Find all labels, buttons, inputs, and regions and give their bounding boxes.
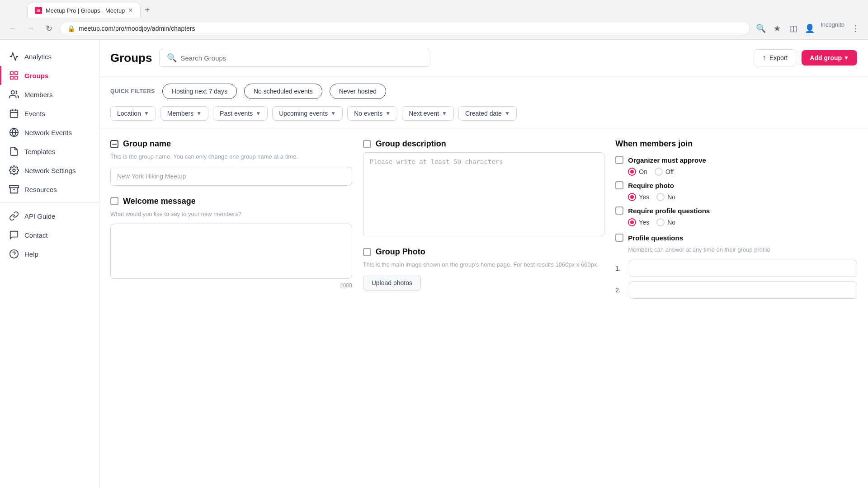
new-tab-button[interactable]: + xyxy=(141,4,154,17)
add-group-button[interactable]: Add group ▼ xyxy=(802,50,857,66)
group-desc-header: Group description xyxy=(363,139,605,149)
sidebar-item-api-guide[interactable]: API Guide xyxy=(0,206,99,225)
svg-rect-1 xyxy=(15,72,18,75)
browser-nav: ← → ↻ 🔒 meetup.com/pro/moodjoy/admin/cha… xyxy=(0,18,868,39)
sidebar: Analytics Groups Members xyxy=(0,40,99,488)
resources-icon xyxy=(9,184,19,194)
extensions-button[interactable]: ◫ xyxy=(786,21,801,36)
search-input[interactable] xyxy=(180,54,423,62)
welcome-message-input[interactable] xyxy=(110,224,352,279)
profile-question-1-input[interactable] xyxy=(629,260,857,277)
organizer-approve-on[interactable]: On xyxy=(628,168,647,176)
dropdown-location[interactable]: Location ▼ xyxy=(110,106,156,121)
dropdown-created-date[interactable]: Created date ▼ xyxy=(458,106,517,121)
group-photo-checkbox[interactable] xyxy=(363,248,371,256)
filter-chip-no-scheduled[interactable]: No scheduled events xyxy=(244,84,322,99)
profile-questions-header: Profile questions xyxy=(615,234,857,242)
browser-tab-active[interactable]: m Meetup Pro | Groups - Meetup × xyxy=(27,3,141,18)
svg-rect-2 xyxy=(10,76,13,79)
dropdown-next-event[interactable]: Next event ▼ xyxy=(402,106,454,121)
dropdown-past-events[interactable]: Past events ▼ xyxy=(213,106,268,121)
sidebar-item-network-events[interactable]: Network Events xyxy=(0,123,99,142)
content-area: Group name This is the group name. You c… xyxy=(99,128,868,315)
profile-question-2-row: 2. xyxy=(615,282,857,299)
svg-rect-0 xyxy=(10,72,13,75)
require-pq-yes[interactable]: Yes xyxy=(628,218,649,226)
api-icon xyxy=(9,211,19,221)
chevron-down-icon: ▼ xyxy=(505,110,510,117)
require-photo-yes[interactable]: Yes xyxy=(628,193,649,201)
upload-photos-button[interactable]: Upload photos xyxy=(363,275,421,291)
svg-rect-12 xyxy=(9,186,19,188)
sidebar-item-members[interactable]: Members xyxy=(0,85,99,104)
dropdown-members[interactable]: Members ▼ xyxy=(160,106,208,121)
sidebar-label-resources: Resources xyxy=(24,186,57,193)
browser-chrome: m Meetup Pro | Groups - Meetup × + ← → ↻… xyxy=(0,0,868,40)
header-actions: ↑ Export Add group ▼ xyxy=(754,49,857,66)
organizer-approve-off[interactable]: Off xyxy=(655,168,674,176)
radio-on-label: On xyxy=(639,168,647,175)
settings-icon xyxy=(9,165,19,175)
filters-section: QUICK FILTERS Hosting next 7 days No sch… xyxy=(99,76,868,128)
organizer-approve-header: Organizer must approve xyxy=(615,156,857,164)
organizer-approve-option: Organizer must approve On Off xyxy=(615,156,857,176)
radio-no-unselected xyxy=(656,193,665,201)
sidebar-item-help[interactable]: Help xyxy=(0,244,99,263)
dropdown-upcoming-events[interactable]: Upcoming events ▼ xyxy=(272,106,343,121)
page-title: Groups xyxy=(110,51,152,65)
bookmark-button[interactable]: ★ xyxy=(770,21,784,36)
sidebar-item-events[interactable]: Events xyxy=(0,104,99,123)
filter-chip-hosting[interactable]: Hosting next 7 days xyxy=(162,84,237,99)
search-nav-button[interactable]: 🔍 xyxy=(754,21,768,36)
back-button[interactable]: ← xyxy=(5,21,20,36)
sidebar-item-network-settings[interactable]: Network Settings xyxy=(0,161,99,180)
export-button[interactable]: ↑ Export xyxy=(754,49,796,66)
group-name-section: Group name This is the group name. You c… xyxy=(110,139,352,304)
require-pq-no[interactable]: No xyxy=(656,218,675,226)
group-name-checkbox[interactable] xyxy=(110,140,118,148)
sidebar-item-templates[interactable]: Templates xyxy=(0,142,99,161)
menu-button[interactable]: ⋮ xyxy=(848,21,863,36)
tab-close-button[interactable]: × xyxy=(128,7,132,14)
quick-filters-label: QUICK FILTERS xyxy=(110,88,155,94)
profile-questions-checkbox[interactable] xyxy=(615,234,623,242)
welcome-message-checkbox[interactable] xyxy=(110,197,118,205)
group-desc-input[interactable] xyxy=(363,152,605,236)
profile-button[interactable]: 👤 xyxy=(802,21,817,36)
group-name-input[interactable] xyxy=(110,167,352,186)
events-icon xyxy=(9,108,19,118)
sidebar-item-groups[interactable]: Groups xyxy=(0,66,99,85)
app-container: Analytics Groups Members xyxy=(0,40,868,488)
svg-rect-3 xyxy=(15,76,18,79)
sidebar-label-templates: Templates xyxy=(24,148,55,155)
organizer-approve-checkbox[interactable] xyxy=(615,156,623,164)
quick-filters-row: QUICK FILTERS Hosting next 7 days No sch… xyxy=(110,84,857,99)
chevron-down-icon: ▼ xyxy=(255,110,261,117)
require-photo-label: Require photo xyxy=(628,182,674,189)
sidebar-item-resources[interactable]: Resources xyxy=(0,180,99,199)
refresh-button[interactable]: ↻ xyxy=(42,21,56,36)
forward-button[interactable]: → xyxy=(24,21,38,36)
filter-chip-never-hosted[interactable]: Never hosted xyxy=(330,84,386,99)
welcome-message-hint: What would you like to say to your new m… xyxy=(110,210,352,219)
location-filter-label: Location xyxy=(117,110,141,117)
profile-question-2-input[interactable] xyxy=(629,282,857,299)
sidebar-item-analytics[interactable]: Analytics xyxy=(0,47,99,66)
require-photo-checkbox[interactable] xyxy=(615,181,623,189)
group-name-header: Group name xyxy=(110,139,352,149)
search-box[interactable]: 🔍 xyxy=(159,49,430,67)
dropdown-no-events[interactable]: No events ▼ xyxy=(347,106,397,121)
require-photo-no[interactable]: No xyxy=(656,193,675,201)
sidebar-label-events: Events xyxy=(24,110,45,117)
when-members-join-section: When members join Organizer must approve… xyxy=(615,139,857,304)
sidebar-item-contact[interactable]: Contact xyxy=(0,225,99,244)
address-bar[interactable]: 🔒 meetup.com/pro/moodjoy/admin/chapters xyxy=(60,22,750,35)
require-profile-questions-checkbox[interactable] xyxy=(615,206,623,215)
svg-point-11 xyxy=(13,169,15,172)
sidebar-label-network-settings: Network Settings xyxy=(24,167,75,174)
require-pq-radio-group: Yes No xyxy=(628,218,857,226)
sidebar-label-analytics: Analytics xyxy=(24,53,52,61)
group-name-hint: This is the group name. You can only cha… xyxy=(110,152,352,161)
organizer-approve-label: Organizer must approve xyxy=(628,156,706,164)
group-desc-checkbox[interactable] xyxy=(363,140,371,148)
